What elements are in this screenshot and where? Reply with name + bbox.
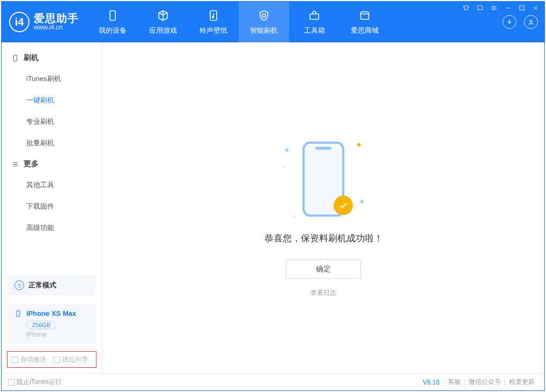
tab-label: 工具箱 — [304, 26, 325, 35]
checkbox-skip-guide[interactable]: 跳过向导 — [54, 355, 88, 364]
checkbox-label: 跳过向导 — [62, 355, 88, 364]
tab-label: 智能刷机 — [250, 26, 278, 35]
device-name: iPhone XS Max — [26, 309, 76, 317]
toolbox-icon — [307, 9, 321, 23]
svg-rect-5 — [310, 14, 319, 19]
shirt-icon[interactable] — [462, 4, 470, 12]
svg-rect-7 — [13, 55, 17, 61]
checkbox-auto-activate[interactable]: 自动激活 — [12, 355, 46, 364]
device-capacity: 256GB — [26, 321, 56, 329]
tab-store[interactable]: 爱思商城 — [340, 2, 390, 42]
check-badge-icon — [334, 196, 353, 215]
sidebar-section-more: 更多 — [2, 154, 102, 174]
version-label: V8.16 — [423, 379, 439, 386]
sidebar-item-oneclick-flash[interactable]: 一键刷机 — [2, 90, 102, 111]
success-message: 恭喜您，保资料刷机成功啦！ — [264, 232, 383, 245]
sidebar-item-pro-flash[interactable]: 专业刷机 — [2, 111, 102, 132]
tab-toolbox[interactable]: 工具箱 — [289, 2, 340, 42]
tab-apps-games[interactable]: 应用游戏 — [138, 2, 188, 42]
svg-rect-2 — [110, 11, 115, 20]
device-card[interactable]: iPhone XS Max 256GB iPhone — [8, 304, 95, 344]
sidebar-item-batch-flash[interactable]: 批量刷机 — [2, 132, 102, 154]
sidebar-section-flash: 刷机 — [2, 48, 102, 68]
section-label: 更多 — [24, 159, 39, 169]
svg-rect-0 — [477, 6, 482, 10]
nav-tabs: 我的设备 应用游戏 铃声壁纸 智能刷机 工具箱 爱思商城 — [87, 2, 390, 42]
tab-my-device[interactable]: 我的设备 — [87, 2, 138, 42]
body: 刷机 iTunes刷机 一键刷机 专业刷机 批量刷机 更多 其他工具 下载固件 … — [2, 42, 544, 373]
minimize-icon[interactable] — [504, 4, 512, 12]
svg-rect-1 — [520, 6, 524, 10]
tab-label: 我的设备 — [99, 26, 127, 35]
checkbox-block-itunes[interactable]: 阻止iTunes运行 — [8, 378, 62, 387]
store-icon — [358, 9, 372, 23]
svg-point-4 — [212, 17, 214, 18]
svg-point-6 — [530, 20, 532, 23]
sidebar-item-itunes-flash[interactable]: iTunes刷机 — [2, 68, 102, 90]
tab-smart-flash[interactable]: 智能刷机 — [239, 2, 289, 42]
cube-icon — [156, 9, 170, 23]
footer-link-support[interactable]: 客服 — [445, 378, 464, 387]
download-button[interactable] — [503, 15, 517, 29]
maximize-icon[interactable] — [518, 4, 526, 12]
tab-label: 爱思商城 — [351, 26, 379, 35]
music-file-icon — [206, 9, 220, 23]
menu-icon[interactable] — [490, 4, 498, 12]
sidebar-item-other-tools[interactable]: 其他工具 — [2, 174, 102, 196]
tab-ringtones[interactable]: 铃声壁纸 — [188, 2, 239, 42]
mode-card[interactable]: 正常模式 — [8, 275, 95, 295]
phone-icon — [106, 9, 120, 23]
svg-rect-8 — [17, 310, 20, 316]
main-content: 恭喜您，保资料刷机成功啦！ 确定 查看日志 — [102, 42, 544, 373]
checkbox-label: 自动激活 — [20, 355, 46, 364]
account-button[interactable] — [524, 15, 538, 29]
checkbox-label: 阻止iTunes运行 — [17, 378, 62, 387]
sidebar: 刷机 iTunes刷机 一键刷机 专业刷机 批量刷机 更多 其他工具 下载固件 … — [2, 42, 102, 373]
mode-label: 正常模式 — [28, 280, 56, 290]
feedback-icon[interactable] — [476, 4, 484, 12]
brand-url: www.i4.cn — [34, 24, 79, 31]
brand-name: 爱思助手 — [34, 12, 79, 24]
sync-icon — [14, 280, 24, 290]
window-controls — [462, 4, 540, 12]
success-illustration — [283, 139, 364, 219]
sidebar-item-download-firmware[interactable]: 下载固件 — [2, 196, 102, 217]
brand-logo-icon: i4 — [9, 12, 29, 32]
footer-link-wechat[interactable]: 微信公众号 — [466, 378, 504, 387]
tab-label: 应用游戏 — [149, 26, 177, 35]
header: i4 爱思助手 www.i4.cn 我的设备 应用游戏 铃声壁纸 智能刷机 — [2, 2, 544, 42]
refresh-shield-icon — [257, 9, 271, 23]
device-type: iPhone — [26, 331, 46, 338]
close-icon[interactable] — [532, 4, 540, 12]
app-window: i4 爱思助手 www.i4.cn 我的设备 应用游戏 铃声壁纸 智能刷机 — [1, 1, 545, 391]
footer: 阻止iTunes运行 V8.16 | 客服 | 微信公众号 | 检查更新 — [2, 373, 544, 390]
ok-button[interactable]: 确定 — [286, 260, 361, 279]
footer-link-update[interactable]: 检查更新 — [506, 378, 538, 387]
sidebar-item-advanced[interactable]: 高级功能 — [2, 217, 102, 239]
list-icon — [11, 160, 19, 168]
device-icon — [11, 54, 19, 62]
section-label: 刷机 — [24, 53, 39, 63]
options-row: 自动激活 跳过向导 — [7, 351, 97, 368]
view-log-link[interactable]: 查看日志 — [311, 289, 336, 298]
tab-label: 铃声壁纸 — [200, 26, 227, 35]
brand: i4 爱思助手 www.i4.cn — [2, 2, 87, 42]
phone-icon — [14, 310, 22, 317]
